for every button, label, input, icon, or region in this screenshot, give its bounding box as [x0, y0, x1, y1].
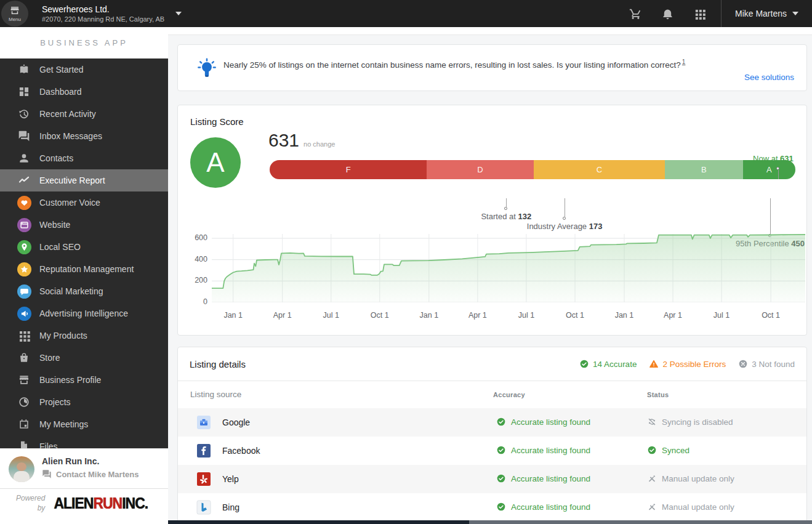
sidebar-item-label: Advertising Intelligence [39, 308, 128, 318]
business-caret-icon[interactable] [175, 12, 182, 15]
chat-icon [17, 129, 31, 143]
partner-logo: ALIENRUNINC. [54, 494, 148, 513]
sidebar-item-business-profile[interactable]: Business Profile [0, 369, 168, 391]
book-icon [17, 62, 31, 77]
star-icon [17, 262, 31, 276]
sidebar-item-label: Website [39, 220, 70, 230]
accuracy-text: Accurate listing found [511, 446, 590, 455]
listing-source-name: Google [222, 417, 250, 427]
banner-message: Nearly 25% of listings on the internet c… [223, 58, 782, 70]
check-circle-icon [579, 359, 589, 369]
business-selector[interactable]: Sewerheroes Ltd. #2070, 220 Manning Rd N… [42, 4, 164, 23]
listing-row-google: GoogleAccurate listing foundSyncing is d… [178, 408, 806, 437]
sidebar-item-executive-report[interactable]: Executive Report [0, 169, 168, 191]
sidebar-item-label: Inbox Messages [39, 131, 102, 141]
accuracy-text: Accurate listing found [511, 474, 590, 483]
listing-summary: 14 Accurate2 Possible Errors3 Not found [579, 359, 795, 369]
powered-by-label: Powered by [16, 494, 45, 513]
check-circle-icon [647, 445, 657, 455]
listing-details-title: Listing details [190, 359, 246, 369]
cart-icon [629, 7, 642, 20]
sidebar-item-social-marketing[interactable]: Social Marketing [0, 280, 168, 302]
lightbulb-icon [195, 57, 219, 81]
sidebar-item-label: Local SEO [39, 242, 81, 252]
sidebar-item-customer-voice[interactable]: Customer Voice [0, 191, 168, 214]
chart-x-tick: Apr 1 [651, 311, 694, 320]
status-text: Manual update only [662, 474, 734, 483]
chart-x-tick: Jul 1 [505, 311, 548, 320]
bag-icon [17, 350, 31, 365]
see-solutions-link[interactable]: See solutions [744, 73, 794, 82]
summary-badge: 3 Not found [738, 359, 795, 369]
accuracy-text: Accurate listing found [511, 417, 590, 427]
footnote-link[interactable]: 1 [682, 58, 686, 65]
google-icon [196, 415, 211, 430]
sidebar-item-recent-activity[interactable]: Recent Activity [0, 103, 168, 125]
listing-details-card: Listing details 14 Accurate2 Possible Er… [177, 347, 807, 524]
check-circle-icon [496, 502, 506, 512]
sidebar-item-reputation-management[interactable]: Reputation Management [0, 258, 168, 280]
chart-y-tick: 0 [183, 297, 207, 306]
menu-label: Menu [9, 17, 21, 22]
score-value: 631no change [268, 130, 335, 151]
grade-segment-d: D [427, 160, 533, 179]
top-bar: Menu Sewerheroes Ltd. #2070, 220 Manning… [0, 0, 812, 27]
status-text: Synced [662, 446, 689, 455]
main-top-strip [168, 27, 812, 35]
chart-x-tick: Apr 1 [456, 311, 499, 320]
chart-y-tick: 600 [183, 233, 207, 242]
notifications-button[interactable] [652, 0, 684, 27]
contact-button[interactable]: Contact Mike Martens [42, 469, 139, 479]
chart-x-tick: Jan 1 [603, 311, 646, 320]
menu-button[interactable]: Menu [1, 1, 28, 26]
app-brand: BUSINESS APP [0, 27, 168, 58]
storefront-icon [17, 373, 31, 387]
check-circle-icon [496, 417, 506, 427]
cart-button[interactable] [620, 0, 652, 27]
grade-segment-c: C [534, 160, 665, 179]
sidebar-item-dashboard[interactable]: Dashboard [0, 81, 168, 103]
check-circle-icon [496, 445, 506, 455]
summary-badge: 14 Accurate [579, 359, 637, 369]
sidebar-item-my-meetings[interactable]: My Meetings [0, 413, 168, 435]
sidebar-item-my-products[interactable]: My Products [0, 324, 168, 347]
apps-button[interactable] [684, 0, 716, 27]
score-change: no change [303, 140, 335, 148]
table-header: Listing source Accuracy Status [178, 381, 806, 408]
alert-banner: Nearly 25% of listings on the internet c… [177, 44, 807, 91]
sidebar-item-projects[interactable]: Projects [0, 391, 168, 413]
sidebar-item-website[interactable]: Website [0, 214, 168, 236]
sidebar-item-label: Social Marketing [39, 286, 103, 296]
facebook-icon [196, 443, 211, 458]
sidebar-item-store[interactable]: Store [0, 347, 168, 369]
sidebar-item-local-seo[interactable]: Local SEO [0, 236, 168, 258]
user-name: Mike Martens [735, 9, 787, 18]
sidebar-item-label: Contacts [39, 153, 73, 163]
history-icon [17, 107, 31, 121]
pin-icon [17, 240, 31, 254]
partner-company-name: Alien Run Inc. [42, 456, 139, 466]
sidebar-item-label: My Products [39, 331, 87, 341]
sidebar-item-get-started[interactable]: Get Started [0, 58, 168, 81]
person-icon [17, 151, 31, 166]
column-status: Status [647, 391, 669, 398]
sidebar-item-label: Projects [39, 397, 71, 407]
sidebar-item-label: Store [39, 353, 60, 363]
listing-source-name: Bing [222, 502, 239, 512]
cross-circle-icon [738, 359, 748, 369]
chat-bubble-icon [42, 469, 52, 479]
listing-row-yelp: YelpAccurate listing foundManual update … [178, 465, 806, 493]
pie-icon [17, 395, 31, 409]
status-text: Syncing is disabled [662, 417, 733, 427]
storefront-menu-icon [9, 5, 20, 16]
browser-icon [17, 217, 31, 232]
sidebar-item-advertising-intelligence[interactable]: Advertising Intelligence [0, 302, 168, 324]
listing-row-bing: BingAccurate listing foundManual update … [178, 493, 806, 522]
dashboard-icon [17, 84, 31, 99]
manual-update-icon [647, 502, 657, 512]
sidebar-item-inbox-messages[interactable]: Inbox Messages [0, 125, 168, 147]
business-name: Sewerheroes Ltd. [42, 4, 164, 14]
user-menu[interactable]: Mike Martens [722, 9, 812, 18]
sidebar-item-contacts[interactable]: Contacts [0, 147, 168, 169]
chart-x-tick: Jul 1 [310, 311, 353, 320]
